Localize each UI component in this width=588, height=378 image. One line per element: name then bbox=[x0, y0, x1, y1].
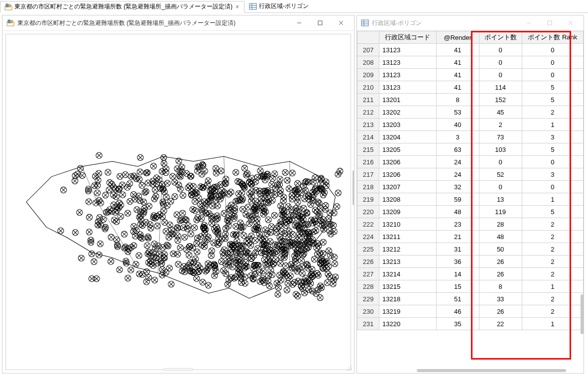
row-number[interactable]: 215 bbox=[357, 143, 379, 156]
cell-rank[interactable]: 2 bbox=[522, 106, 583, 119]
tab-map[interactable]: 東京都の市区町村ごとの緊急避難場所数 (緊急避難場所_描画パラメーター設定済) … bbox=[0, 1, 244, 13]
cell-render[interactable]: 51 bbox=[436, 293, 479, 305]
cell-rank[interactable]: 1 bbox=[522, 280, 583, 293]
cell-rank[interactable]: 2 bbox=[522, 293, 583, 305]
table-row[interactable]: 214132043733 bbox=[357, 131, 584, 143]
cell-rank[interactable]: 0 bbox=[522, 69, 583, 81]
cell-rank[interactable]: 3 bbox=[522, 168, 583, 181]
cell-code[interactable]: 13211 bbox=[379, 231, 437, 243]
cell-rank[interactable]: 5 bbox=[522, 94, 583, 106]
cell-rank[interactable]: 2 bbox=[522, 268, 583, 280]
cell-rank[interactable]: 0 bbox=[522, 56, 583, 69]
table-row[interactable]: 2121320253452 bbox=[357, 106, 584, 119]
cell-code[interactable]: 13212 bbox=[379, 243, 437, 255]
cell-render[interactable]: 53 bbox=[436, 106, 479, 119]
row-number[interactable]: 222 bbox=[357, 218, 379, 231]
cell-code[interactable]: 13123 bbox=[379, 81, 437, 94]
table-row[interactable]: 2291321851332 bbox=[357, 293, 584, 305]
row-number[interactable]: 230 bbox=[357, 305, 379, 318]
cell-rank[interactable]: 2 bbox=[522, 255, 583, 268]
cell-points[interactable]: 8 bbox=[479, 280, 522, 293]
cell-code[interactable]: 13214 bbox=[379, 268, 437, 280]
col-points[interactable]: ポイント数 bbox=[479, 31, 522, 44]
maximize-button[interactable] bbox=[541, 17, 559, 29]
col-render[interactable]: @Render bbox=[436, 31, 479, 44]
row-number[interactable]: 219 bbox=[357, 193, 379, 206]
cell-code[interactable]: 13203 bbox=[379, 119, 437, 131]
table-row[interactable]: 209131234100 bbox=[357, 69, 584, 81]
table-row[interactable]: 2251321231502 bbox=[357, 243, 584, 255]
cell-code[interactable]: 13219 bbox=[379, 305, 437, 318]
cell-points[interactable]: 48 bbox=[479, 231, 522, 243]
cell-render[interactable]: 8 bbox=[436, 94, 479, 106]
row-number[interactable]: 212 bbox=[357, 106, 379, 119]
cell-code[interactable]: 13218 bbox=[379, 293, 437, 305]
table-row[interactable]: 21513205631035 bbox=[357, 143, 584, 156]
row-number[interactable]: 214 bbox=[357, 131, 379, 143]
table-row[interactable]: 2261321336262 bbox=[357, 255, 584, 268]
cell-points[interactable]: 0 bbox=[479, 181, 522, 193]
cell-rank[interactable]: 1 bbox=[522, 119, 583, 131]
cell-points[interactable]: 73 bbox=[479, 131, 522, 143]
cell-render[interactable]: 59 bbox=[436, 193, 479, 206]
close-button[interactable] bbox=[562, 17, 580, 29]
maximize-button[interactable] bbox=[311, 17, 329, 29]
table-row[interactable]: 2171320624523 bbox=[357, 168, 584, 181]
cell-render[interactable]: 40 bbox=[436, 119, 479, 131]
row-number[interactable]: 210 bbox=[357, 81, 379, 94]
close-button[interactable] bbox=[332, 17, 350, 29]
cell-render[interactable]: 41 bbox=[436, 44, 479, 56]
cell-code[interactable]: 13206 bbox=[379, 168, 437, 181]
tab-table[interactable]: 行政区域-ポリゴン bbox=[244, 0, 313, 12]
cell-rank[interactable]: 2 bbox=[522, 231, 583, 243]
cell-code[interactable]: 13123 bbox=[379, 69, 437, 81]
cell-points[interactable]: 0 bbox=[479, 44, 522, 56]
table-row[interactable]: 2301321946262 bbox=[357, 305, 584, 318]
cell-code[interactable]: 13123 bbox=[379, 44, 437, 56]
cell-points[interactable]: 26 bbox=[479, 255, 522, 268]
cell-code[interactable]: 13208 bbox=[379, 193, 437, 206]
scrollbar-vertical[interactable] bbox=[581, 294, 584, 334]
minimize-button[interactable] bbox=[290, 17, 308, 29]
cell-points[interactable]: 26 bbox=[479, 268, 522, 280]
cell-render[interactable]: 41 bbox=[436, 69, 479, 81]
cell-rank[interactable]: 0 bbox=[522, 181, 583, 193]
cell-points[interactable]: 22 bbox=[479, 318, 522, 330]
cell-render[interactable]: 35 bbox=[436, 318, 479, 330]
cell-rank[interactable]: 5 bbox=[522, 206, 583, 218]
cell-points[interactable]: 13 bbox=[479, 193, 522, 206]
row-number[interactable]: 211 bbox=[357, 94, 379, 106]
table-row[interactable]: 207131234100 bbox=[357, 44, 584, 56]
table-row[interactable]: 2221321023282 bbox=[357, 218, 584, 231]
row-number[interactable]: 229 bbox=[357, 293, 379, 305]
cell-points[interactable]: 0 bbox=[479, 69, 522, 81]
cell-render[interactable]: 31 bbox=[436, 243, 479, 255]
cell-rank[interactable]: 2 bbox=[522, 305, 583, 318]
cell-render[interactable]: 63 bbox=[436, 143, 479, 156]
table-row[interactable]: 2241321121482 bbox=[357, 231, 584, 243]
row-number[interactable]: 228 bbox=[357, 280, 379, 293]
row-number[interactable]: 224 bbox=[357, 231, 379, 243]
resize-grip[interactable] bbox=[346, 365, 352, 371]
cell-code[interactable]: 13213 bbox=[379, 255, 437, 268]
cell-points[interactable]: 28 bbox=[479, 218, 522, 231]
row-number[interactable]: 227 bbox=[357, 268, 379, 280]
cell-points[interactable]: 0 bbox=[479, 156, 522, 168]
row-number[interactable]: 208 bbox=[357, 56, 379, 69]
cell-points[interactable]: 50 bbox=[479, 243, 522, 255]
cell-code[interactable]: 13202 bbox=[379, 106, 437, 119]
map-canvas[interactable] bbox=[5, 34, 351, 370]
cell-rank[interactable]: 2 bbox=[522, 218, 583, 231]
row-number[interactable]: 207 bbox=[357, 44, 379, 56]
table-row[interactable]: 2191320859131 bbox=[357, 193, 584, 206]
cell-render[interactable]: 21 bbox=[436, 231, 479, 243]
table-row[interactable]: 228132151581 bbox=[357, 280, 584, 293]
table-row[interactable]: 2271321414262 bbox=[357, 268, 584, 280]
row-number[interactable]: 226 bbox=[357, 255, 379, 268]
cell-render[interactable]: 23 bbox=[436, 218, 479, 231]
cell-rank[interactable]: 0 bbox=[522, 156, 583, 168]
col-code[interactable]: 行政区域コード bbox=[379, 31, 437, 44]
scrollbar-horizontal[interactable] bbox=[417, 369, 566, 372]
minimize-button[interactable] bbox=[520, 17, 538, 29]
cell-code[interactable]: 13123 bbox=[379, 56, 437, 69]
